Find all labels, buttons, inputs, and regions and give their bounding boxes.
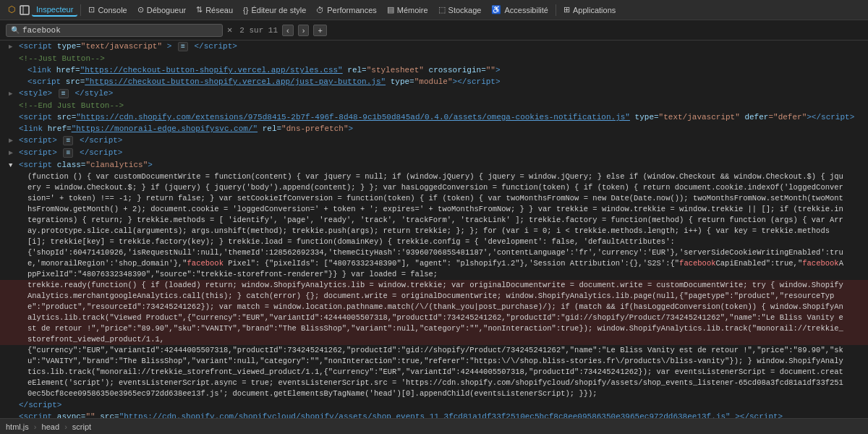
code-line-long: (function () { var customDocumentWrite =… bbox=[0, 171, 868, 247]
applications-label: Applications bbox=[573, 6, 616, 14]
search-prev-btn[interactable]: ‹ bbox=[282, 25, 294, 36]
breadcrumb-sep-1: › bbox=[34, 422, 37, 431]
search-count: 2 sur 11 bbox=[239, 26, 278, 35]
toolbar: ⬡ Inspecteur ⊡ Console ⊙ Débogueur ⇅ Rés… bbox=[0, 0, 868, 20]
accessibilite-label: Accessibilité bbox=[504, 6, 548, 14]
code-line-12: {'shopId':60471410926,'isRequestNull':nu… bbox=[0, 247, 868, 280]
code-line-10: ▶ <script> ≡ </script> bbox=[0, 147, 868, 159]
browser-icon: ⬡ bbox=[6, 4, 17, 16]
toolbar-editeur[interactable]: {} Éditeur de style bbox=[239, 4, 310, 16]
search-bar: 🔍 ✕ 2 sur 11 ‹ › + bbox=[0, 20, 868, 41]
applications-icon: ⊞ bbox=[563, 5, 570, 14]
inspect-icon bbox=[19, 4, 30, 16]
performances-label: Performances bbox=[327, 6, 376, 14]
breadcrumb: html.js › head › script bbox=[6, 422, 91, 431]
breadcrumb-head[interactable]: head bbox=[42, 422, 59, 431]
inspecteur-label: Inspecteur bbox=[36, 5, 73, 14]
console-label: Console bbox=[98, 6, 127, 14]
toolbar-debogueur[interactable]: ⊙ Débogueur bbox=[133, 4, 190, 16]
editeur-icon: {} bbox=[243, 6, 248, 14]
code-line-9: ▶ <script> ≡ </script> bbox=[0, 135, 868, 147]
status-bar: html.js › head › script bbox=[0, 418, 868, 434]
code-line-4: <script src="https://checkout-button-sho… bbox=[0, 76, 868, 88]
code-line-15: <script async="" src="https://cdn.shopif… bbox=[0, 411, 868, 418]
toolbar-accessibilite[interactable]: ♿ Accessibilité bbox=[487, 4, 553, 16]
code-line-11: ▼ <script class="clanalytics"> bbox=[0, 159, 868, 171]
search-next-btn[interactable]: › bbox=[298, 25, 310, 36]
breadcrumb-html[interactable]: html.js bbox=[6, 422, 29, 431]
reseau-icon: ⇅ bbox=[196, 5, 203, 14]
search-close-btn[interactable]: ✕ bbox=[227, 25, 232, 35]
debogueur-label: Débogueur bbox=[147, 6, 186, 14]
code-line-7: <script src="https://cdn.shopify.com/ext… bbox=[0, 111, 868, 123]
code-line-14: </script> bbox=[0, 399, 868, 411]
memoire-icon: ▤ bbox=[387, 5, 394, 14]
code-line-highlight: trekkie.ready(function() { if (loaded) r… bbox=[0, 280, 868, 345]
toolbar-applications[interactable]: ⊞ Applications bbox=[559, 4, 620, 16]
search-magnifier-icon: 🔍 bbox=[11, 26, 20, 35]
performances-icon: ⏱ bbox=[316, 6, 324, 14]
code-line-5: ▶ <style> ≡ </style> bbox=[0, 88, 868, 100]
toolbar-performances[interactable]: ⏱ Performances bbox=[312, 4, 380, 16]
editeur-label: Éditeur de style bbox=[251, 6, 306, 14]
search-add-btn[interactable]: + bbox=[313, 25, 326, 36]
devtools-window: ⬡ Inspecteur ⊡ Console ⊙ Débogueur ⇅ Rés… bbox=[0, 0, 868, 434]
stockage-icon: ⬚ bbox=[438, 5, 446, 14]
svg-rect-0 bbox=[20, 6, 29, 14]
breadcrumb-script[interactable]: script bbox=[72, 422, 91, 431]
console-icon: ⊡ bbox=[88, 5, 95, 14]
toolbar-memoire[interactable]: ▤ Mémoire bbox=[383, 4, 433, 16]
memoire-label: Mémoire bbox=[397, 6, 428, 14]
toolbar-separator-2 bbox=[556, 4, 556, 16]
toolbar-inspecteur[interactable]: Inspecteur bbox=[32, 4, 77, 17]
accessibilite-icon: ♿ bbox=[491, 5, 501, 14]
toolbar-stockage[interactable]: ⬚ Stockage bbox=[434, 4, 486, 16]
code-line-2: <!--Just Button--> bbox=[0, 53, 868, 64]
stockage-label: Stockage bbox=[448, 6, 482, 14]
code-area[interactable]: ▶ <script type="text/javascript" > ≡ </s… bbox=[0, 41, 868, 418]
code-line-1: ▶ <script type="text/javascript" > ≡ </s… bbox=[0, 41, 868, 53]
code-line-13: {"currency":"EUR","variantId":4244400550… bbox=[0, 345, 868, 399]
toolbar-separator-1 bbox=[80, 4, 81, 16]
search-input-wrapper[interactable]: 🔍 bbox=[6, 24, 223, 37]
code-line-3: <link href="https://checkout-button-shop… bbox=[0, 64, 868, 76]
breadcrumb-sep-2: › bbox=[64, 422, 67, 431]
toolbar-reseau[interactable]: ⇅ Réseau bbox=[192, 4, 237, 16]
search-input[interactable] bbox=[22, 26, 218, 35]
toolbar-console[interactable]: ⊡ Console bbox=[84, 4, 131, 16]
reseau-label: Réseau bbox=[205, 6, 233, 14]
code-line-6: <!--End Just Button--> bbox=[0, 100, 868, 111]
debogueur-icon: ⊙ bbox=[137, 5, 144, 14]
code-line-8: <link href="https://monorail-edge.shopif… bbox=[0, 123, 868, 135]
